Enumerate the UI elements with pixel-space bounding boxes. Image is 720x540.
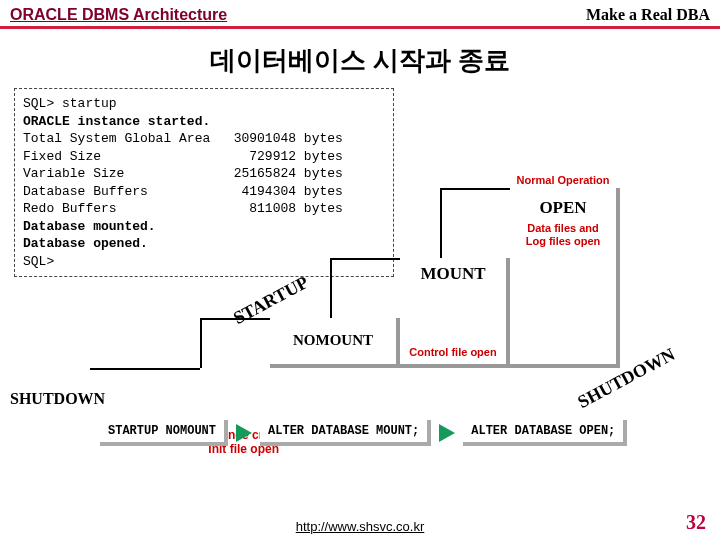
command-row: STARTUP NOMOUNT ALTER DATABASE MOUNT; AL… bbox=[100, 420, 627, 446]
sql-line: Total System Global Area 30901048 bytes bbox=[23, 131, 343, 146]
state-open: Normal Operation OPEN Data files and Log… bbox=[510, 188, 620, 368]
sql-line: SQL> bbox=[23, 254, 54, 269]
cmd-startup-nomount: STARTUP NOMOUNT bbox=[100, 420, 228, 446]
sql-line: Database mounted. bbox=[23, 219, 156, 234]
page-title: 데이터베이스 시작과 종료 bbox=[0, 43, 720, 78]
sql-line: Fixed Size 729912 bytes bbox=[23, 149, 343, 164]
caption-control-file: Control file open bbox=[400, 346, 506, 358]
arrow-icon bbox=[439, 424, 455, 442]
sql-line: Database opened. bbox=[23, 236, 148, 251]
sql-line: SQL> startup bbox=[23, 96, 117, 111]
label-open: OPEN bbox=[510, 198, 616, 218]
state-mount: MOUNT Control file open bbox=[400, 258, 510, 368]
footer: http://www.shsvc.co.kr bbox=[0, 519, 720, 534]
state-nomount: NOMOUNT bbox=[270, 318, 400, 368]
sql-line: ORACLE instance started. bbox=[23, 114, 210, 129]
label-shutdown-state: SHUTDOWN bbox=[10, 390, 105, 408]
label-mount: MOUNT bbox=[400, 264, 506, 284]
arrow-icon bbox=[236, 424, 252, 442]
caption-normal-op: Normal Operation bbox=[510, 174, 616, 186]
caption-datafiles: Data files and Log files open bbox=[510, 222, 616, 248]
sql-line: Variable Size 25165824 bytes bbox=[23, 166, 343, 181]
page-number: 32 bbox=[686, 511, 706, 534]
footer-url: http://www.shsvc.co.kr bbox=[296, 519, 425, 534]
header-right: Make a Real DBA bbox=[586, 6, 710, 24]
label-nomount: NOMOUNT bbox=[270, 332, 396, 349]
cmd-alter-mount: ALTER DATABASE MOUNT; bbox=[260, 420, 431, 446]
cmd-alter-open: ALTER DATABASE OPEN; bbox=[463, 420, 627, 446]
header-left: ORACLE DBMS Architecture bbox=[10, 6, 227, 24]
